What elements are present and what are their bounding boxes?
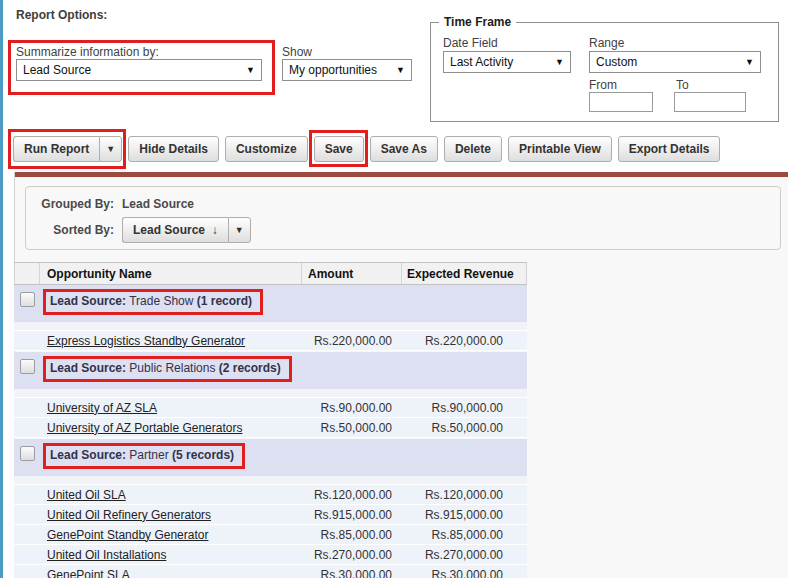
chevron-down-icon: ▼ [246, 65, 255, 75]
column-header-opportunity-name[interactable]: Opportunity Name [40, 263, 302, 284]
report-table: Opportunity Name Amount Expected Revenue… [14, 262, 527, 578]
table-row: United Oil SLARs.120,000.00Rs.120,000.00 [14, 485, 527, 505]
group-checkbox[interactable] [20, 446, 35, 461]
amount-cell: Rs.120,000.00 [302, 485, 402, 504]
group-value: Partner [126, 448, 172, 462]
sort-button-group: Lead Source ↓ ▼ [122, 217, 251, 243]
save-button[interactable]: Save [314, 136, 364, 162]
expected-revenue-cell: Rs.120,000.00 [402, 485, 527, 504]
amount-cell: Rs.220,000.00 [302, 331, 402, 350]
summarize-select-value: Lead Source [23, 63, 91, 77]
save-as-button[interactable]: Save As [370, 136, 438, 162]
table-row: GenePoint SLARs.30,000.00Rs.30,000.00 [14, 565, 527, 578]
row-checkbox-cell [14, 485, 40, 504]
report-toolbar: Run Report ▼ Hide Details Customize Save… [13, 136, 720, 162]
summarize-label: Summarize information by: [16, 45, 159, 59]
expected-revenue-cell: Rs.915,000.00 [402, 505, 527, 524]
annotation-box-group: Lead Source: Public Relations (2 records… [43, 356, 292, 382]
chevron-down-icon: ▼ [396, 65, 405, 75]
show-label: Show [282, 45, 312, 59]
opportunity-link[interactable]: University of AZ SLA [47, 401, 157, 415]
row-checkbox-cell [14, 505, 40, 524]
amount-cell: Rs.50,000.00 [302, 418, 402, 437]
table-row: University of AZ Portable GeneratorsRs.5… [14, 418, 527, 438]
group-record-count: (1 record) [197, 294, 252, 308]
delete-button[interactable]: Delete [444, 136, 502, 162]
header-checkbox-cell [14, 263, 40, 284]
grouped-by-value: Lead Source [122, 197, 194, 211]
table-row: GenePoint Standby GeneratorRs.85,000.00R… [14, 525, 527, 545]
sort-field-button[interactable]: Lead Source ↓ [122, 217, 228, 243]
group-checkbox[interactable] [20, 359, 35, 374]
group-checkbox[interactable] [20, 292, 35, 307]
row-checkbox-cell [14, 565, 40, 578]
run-report-button-group: Run Report ▼ [13, 136, 122, 162]
run-report-dropdown-button[interactable]: ▼ [99, 136, 122, 162]
from-date-input[interactable] [589, 92, 653, 112]
opportunity-name-cell: University of AZ Portable Generators [40, 418, 302, 437]
column-header-amount[interactable]: Amount [302, 263, 402, 284]
opportunity-link[interactable]: United Oil SLA [47, 488, 126, 502]
run-report-button[interactable]: Run Report [13, 136, 99, 162]
table-body: Lead Source: Trade Show (1 record)Expres… [14, 285, 527, 578]
row-checkbox-cell [14, 545, 40, 564]
table-row: United Oil Refinery GeneratorsRs.915,000… [14, 505, 527, 525]
date-field-select-value: Last Activity [450, 55, 513, 69]
save-button-group: Save [314, 136, 364, 162]
chevron-down-icon: ▼ [745, 57, 754, 67]
annotation-box-group: Lead Source: Partner (5 records) [43, 443, 245, 469]
amount-cell: Rs.30,000.00 [302, 565, 402, 578]
column-header-expected-revenue[interactable]: Expected Revenue [402, 263, 527, 284]
expected-revenue-cell: Rs.50,000.00 [402, 418, 527, 437]
opportunity-name-cell: United Oil Refinery Generators [40, 505, 302, 524]
left-accent-bar [0, 0, 3, 578]
sort-dropdown-button[interactable]: ▼ [228, 217, 251, 243]
group-value: Public Relations [126, 361, 219, 375]
row-checkbox-cell [14, 398, 40, 417]
amount-cell: Rs.270,000.00 [302, 545, 402, 564]
sort-direction-icon: ↓ [212, 223, 218, 237]
table-row: United Oil InstallationsRs.270,000.00Rs.… [14, 545, 527, 565]
expected-revenue-cell: Rs.270,000.00 [402, 545, 527, 564]
group-label-prefix: Lead Source: [50, 448, 126, 462]
opportunity-link[interactable]: GenePoint SLA [47, 568, 130, 578]
show-select-value: My opportunities [289, 63, 377, 77]
opportunity-name-cell: University of AZ SLA [40, 398, 302, 417]
time-frame-legend: Time Frame [439, 15, 516, 29]
group-label-prefix: Lead Source: [50, 361, 126, 375]
opportunity-link[interactable]: GenePoint Standby Generator [47, 528, 208, 542]
table-row: Express Logistics Standby GeneratorRs.22… [14, 331, 527, 351]
row-checkbox-cell [14, 525, 40, 544]
group-label-prefix: Lead Source: [50, 294, 126, 308]
group-spacer-row [14, 476, 527, 485]
table-row: University of AZ SLARs.90,000.00Rs.90,00… [14, 398, 527, 418]
table-header-row: Opportunity Name Amount Expected Revenue [14, 262, 527, 285]
group-checkbox-cell [14, 443, 40, 461]
report-options-page: Report Options: Summarize information by… [0, 0, 788, 578]
customize-button[interactable]: Customize [225, 136, 308, 162]
group-checkbox-cell [14, 289, 40, 307]
to-date-input[interactable] [674, 92, 746, 112]
row-checkbox-cell [14, 418, 40, 437]
export-details-button[interactable]: Export Details [618, 136, 721, 162]
opportunity-name-cell: United Oil SLA [40, 485, 302, 504]
expected-revenue-cell: Rs.220,000.00 [402, 331, 527, 350]
group-value: Trade Show [126, 294, 197, 308]
date-field-select[interactable]: Last Activity ▼ [443, 51, 571, 73]
opportunity-link[interactable]: United Oil Installations [47, 548, 166, 562]
opportunity-link[interactable]: United Oil Refinery Generators [47, 508, 211, 522]
opportunity-link[interactable]: University of AZ Portable Generators [47, 421, 242, 435]
annotation-box-group: Lead Source: Trade Show (1 record) [43, 289, 263, 315]
summarize-select[interactable]: Lead Source ▼ [16, 59, 262, 81]
opportunity-link[interactable]: Express Logistics Standby Generator [47, 334, 245, 348]
show-select[interactable]: My opportunities ▼ [282, 59, 412, 81]
expected-revenue-cell: Rs.30,000.00 [402, 565, 527, 578]
group-spacer-row [14, 322, 527, 331]
range-label: Range [589, 36, 624, 50]
printable-view-button[interactable]: Printable View [508, 136, 612, 162]
row-checkbox-cell [14, 331, 40, 350]
range-select[interactable]: Custom ▼ [589, 51, 761, 73]
hide-details-button[interactable]: Hide Details [128, 136, 219, 162]
range-select-value: Custom [596, 55, 637, 69]
group-header-row: Lead Source: Partner (5 records) [14, 439, 527, 476]
